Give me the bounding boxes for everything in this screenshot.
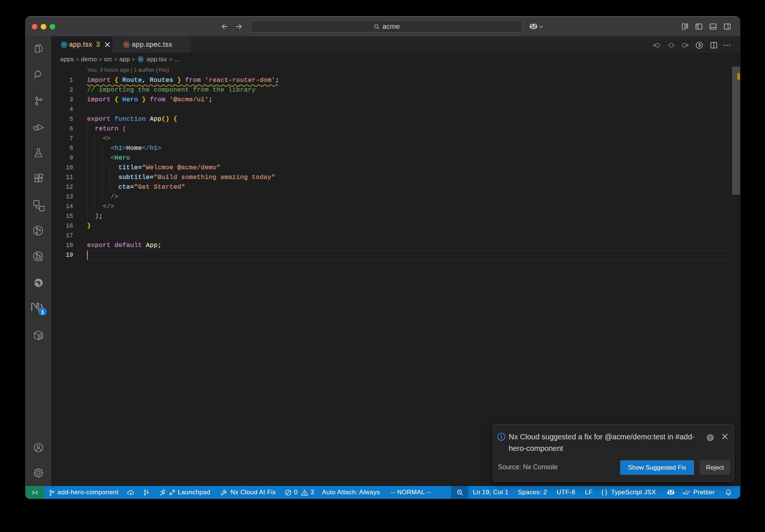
svg-text:1: 1 (41, 309, 44, 315)
